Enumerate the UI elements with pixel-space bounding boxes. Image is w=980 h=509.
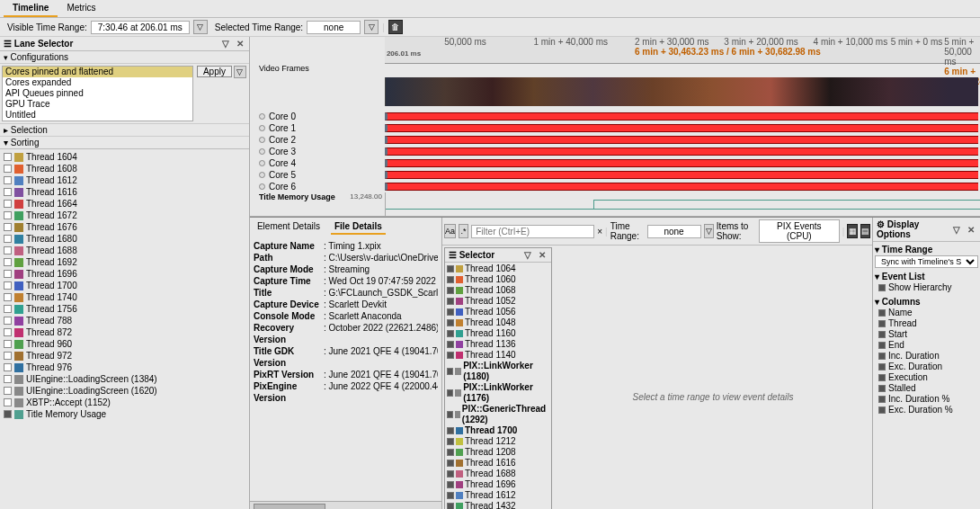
core-row[interactable]: Core 4 [250, 157, 980, 169]
column-option[interactable]: Thread [875, 318, 978, 329]
core-bar[interactable] [385, 171, 978, 179]
selector-item[interactable]: PIX::LinkWorker (1180) [446, 361, 550, 382]
expand-icon[interactable] [259, 137, 265, 143]
tab-metrics[interactable]: Metrics [58, 0, 104, 17]
case-toggle-icon[interactable]: Aa [444, 224, 456, 238]
column-option[interactable]: Start [875, 329, 978, 340]
checkbox-icon[interactable] [4, 246, 12, 254]
checkbox-icon[interactable] [4, 211, 12, 219]
checkbox-icon[interactable] [447, 276, 454, 283]
do-close-icon[interactable]: ✕ [966, 225, 976, 235]
checkbox-icon[interactable] [447, 352, 454, 359]
checkbox-icon[interactable] [447, 470, 454, 478]
checkbox-icon[interactable] [447, 265, 454, 272]
selector-item[interactable]: PIX::GenericThread (1292) [446, 404, 550, 425]
thread-item[interactable]: Thread 1608 [2, 163, 247, 174]
checkbox-icon[interactable] [4, 340, 12, 348]
view-icon-2[interactable]: ▤ [860, 224, 870, 238]
tr-dropdown-icon[interactable]: ▽ [704, 224, 714, 238]
checkbox-icon[interactable] [447, 503, 454, 509]
selector-item[interactable]: Thread 1052 [446, 296, 550, 307]
checkbox-icon[interactable] [4, 200, 12, 208]
checkbox-icon[interactable] [447, 481, 454, 488]
core-bar[interactable] [385, 147, 978, 156]
selection-section[interactable]: ▸ Selection [0, 123, 249, 136]
selector-item[interactable]: Thread 1160 [446, 328, 550, 339]
thread-item[interactable]: UIEngine::LoadingScreen (1620) [2, 385, 247, 397]
checkbox-icon[interactable] [4, 317, 12, 325]
column-option[interactable]: End [875, 340, 978, 351]
do-columns-head[interactable]: ▾ Columns [875, 296, 978, 308]
checkbox-icon[interactable] [447, 449, 454, 456]
selector-item[interactable]: Thread 1056 [446, 307, 550, 317]
config-item[interactable]: Cores expanded [3, 77, 192, 88]
thread-item[interactable]: Thread 976 [2, 362, 247, 373]
do-timerange-select[interactable]: Sync with Timeline's Selected Range [875, 255, 978, 268]
thread-item[interactable]: Thread 1696 [2, 268, 247, 280]
do-collapse-icon[interactable]: ▽ [951, 225, 962, 235]
checkbox-icon[interactable] [447, 308, 454, 316]
expand-icon[interactable] [259, 148, 265, 155]
checkbox-icon[interactable] [4, 235, 12, 243]
selector-item[interactable]: Thread 1696 [446, 479, 550, 490]
thread-item[interactable]: Title Memory Usage [2, 408, 247, 420]
checkbox-icon[interactable] [878, 363, 886, 371]
thread-item[interactable]: Thread 1664 [2, 198, 247, 210]
configurations-label[interactable]: ▾ Configurations [0, 51, 249, 64]
column-option[interactable]: Exc. Duration % [875, 405, 978, 415]
str-dropdown-icon[interactable]: ▽ [364, 20, 379, 34]
checkbox-icon[interactable] [447, 298, 454, 305]
config-item[interactable]: Untitled [3, 110, 192, 121]
column-option[interactable]: Execution [875, 372, 978, 383]
column-option[interactable]: Name [875, 308, 978, 318]
thread-item[interactable]: Thread 1692 [2, 256, 247, 268]
checkbox-icon[interactable] [4, 375, 12, 383]
thread-item[interactable]: Thread 1672 [2, 210, 247, 221]
vtr-value[interactable]: 7:30.46 at 206.01 ms [91, 21, 190, 34]
checkbox-icon[interactable] [4, 352, 12, 360]
selector-item[interactable]: Thread 1612 [446, 490, 550, 501]
core-row[interactable]: Core 1 [250, 122, 980, 134]
selector-item[interactable]: Thread 1208 [446, 447, 550, 458]
thread-item[interactable]: Thread 1740 [2, 291, 247, 303]
view-icon-1[interactable]: ▦ [847, 224, 857, 238]
thread-item[interactable]: Thread 1676 [2, 221, 247, 233]
core-row[interactable]: Core 3 [250, 146, 980, 157]
checkbox-icon[interactable] [4, 165, 12, 173]
checkbox-icon[interactable] [4, 281, 12, 290]
checkbox-icon[interactable] [447, 389, 453, 397]
selector-item[interactable]: PIX::LinkWorker (1176) [446, 382, 550, 404]
selector-item[interactable]: Thread 1700 [446, 425, 550, 436]
core-bar[interactable] [385, 136, 978, 144]
do-eventlist-head[interactable]: ▾ Event List [875, 271, 978, 282]
sorting-section[interactable]: ▾ Sorting [0, 136, 249, 148]
checkbox-icon[interactable] [4, 223, 12, 231]
checkbox-icon[interactable] [447, 341, 454, 348]
selector-item[interactable]: Thread 1212 [446, 436, 550, 447]
thread-item[interactable]: Thread 788 [2, 315, 247, 326]
selector-item[interactable]: Thread 1068 [446, 285, 550, 296]
do-timerange-head[interactable]: ▾ Time Range [875, 244, 978, 255]
checkbox-icon[interactable] [4, 176, 12, 184]
checkbox-icon[interactable] [447, 319, 454, 326]
expand-icon[interactable] [259, 125, 265, 131]
checkbox-icon[interactable] [447, 287, 454, 294]
checkbox-icon[interactable] [4, 305, 12, 313]
trash-icon[interactable]: 🗑 [388, 20, 403, 34]
thread-item[interactable]: Thread 1700 [2, 280, 247, 291]
checkbox-icon[interactable] [447, 368, 453, 375]
expand-icon[interactable] [259, 183, 265, 190]
checkbox-icon[interactable] [4, 270, 12, 278]
checkbox-icon[interactable] [4, 328, 12, 336]
filter-clear-icon[interactable]: × [597, 227, 602, 237]
selector-item[interactable]: Thread 1060 [446, 274, 550, 285]
apply-button[interactable]: Apply [197, 66, 232, 77]
video-frames-strip[interactable] [385, 77, 978, 106]
core-row[interactable]: Core 6 [250, 181, 980, 192]
core-row[interactable]: Core 0 [250, 111, 980, 122]
thread-item[interactable]: Thread 960 [2, 338, 247, 350]
str-value[interactable]: none [307, 21, 361, 34]
checkbox-icon[interactable] [878, 385, 886, 392]
checkbox-icon[interactable] [4, 188, 12, 196]
regex-toggle-icon[interactable]: .* [459, 224, 468, 238]
